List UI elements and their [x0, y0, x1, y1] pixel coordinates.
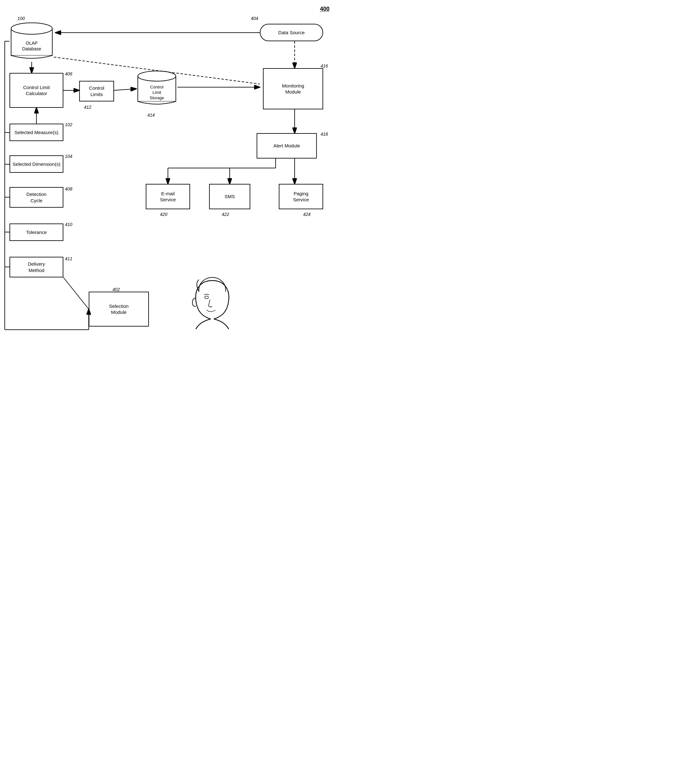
- tol-ref: 410: [65, 222, 72, 227]
- es-label: E-mailService: [160, 191, 176, 203]
- email-service: E-mailService: [146, 184, 190, 209]
- tol-label: Tolerance: [26, 229, 46, 236]
- svg-line-32: [63, 277, 89, 309]
- dc-ref: 408: [65, 186, 72, 191]
- data-source: Data Source: [260, 24, 323, 41]
- svg-point-4: [205, 296, 209, 299]
- selected-measures: Selected Measure(s): [10, 124, 63, 141]
- sms: SMS: [209, 184, 250, 209]
- svg-line-12: [114, 89, 136, 91]
- sms-ref: 422: [222, 212, 229, 217]
- selection-module: SelectionModule: [89, 292, 149, 326]
- dc-label: DetectionCycle: [26, 191, 46, 204]
- control-limit-calculator: Control LimitCalculator: [10, 73, 63, 108]
- clc-label: Control LimitCalculator: [23, 84, 50, 97]
- dm-ref: 411: [65, 256, 72, 261]
- control-limits: ControlLimits: [79, 81, 114, 101]
- paging-service: PagingService: [279, 184, 323, 209]
- cls-ref: 414: [147, 112, 155, 118]
- am-ref: 418: [321, 132, 328, 137]
- svg-point-3: [138, 71, 176, 81]
- tolerance: Tolerance: [10, 224, 63, 241]
- sd-ref: 104: [65, 154, 72, 159]
- diagram: 400 OLAPDatabase 100 Data Source 404 Con…: [0, 0, 348, 392]
- svg-point-1: [11, 23, 52, 34]
- sel-ref: 402: [112, 287, 120, 292]
- cl-ref: 412: [84, 105, 91, 110]
- monitoring-module: MonitoringModule: [263, 68, 323, 109]
- clc-ref: 406: [65, 71, 72, 76]
- selected-dimensions: Selected Dimension(s): [10, 155, 63, 173]
- mm-label: MonitoringModule: [282, 83, 304, 95]
- data-source-label: Data Source: [278, 30, 304, 35]
- sms-label: SMS: [225, 193, 235, 200]
- sm-label: Selected Measure(s): [15, 129, 58, 136]
- am-label: Alert Module: [273, 143, 300, 149]
- sel-label: SelectionModule: [109, 303, 129, 315]
- cls-label: ControlLimitStorage: [150, 85, 164, 101]
- detection-cycle: DetectionCycle: [10, 187, 63, 208]
- delivery-method: DeliveryMethod: [10, 257, 63, 277]
- person-icon: [190, 276, 235, 330]
- dm-label: DeliveryMethod: [28, 261, 45, 273]
- data-source-ref: 404: [251, 16, 258, 21]
- mm-ref: 416: [321, 63, 328, 69]
- sd-label: Selected Dimension(s): [13, 161, 61, 167]
- ps-label: PagingService: [293, 191, 309, 203]
- control-limit-storage: ControlLimitStorage: [136, 68, 178, 109]
- olap-database: OLAPDatabase: [10, 21, 54, 62]
- olap-label: OLAPDatabase: [22, 40, 41, 52]
- diagram-title: 400: [320, 6, 329, 12]
- sm-ref: 102: [65, 122, 72, 127]
- olap-ref: 100: [17, 16, 25, 21]
- alert-module: Alert Module: [256, 133, 317, 158]
- es-ref: 420: [160, 212, 167, 217]
- ps-ref: 424: [303, 212, 311, 217]
- cl-label: ControlLimits: [89, 85, 104, 97]
